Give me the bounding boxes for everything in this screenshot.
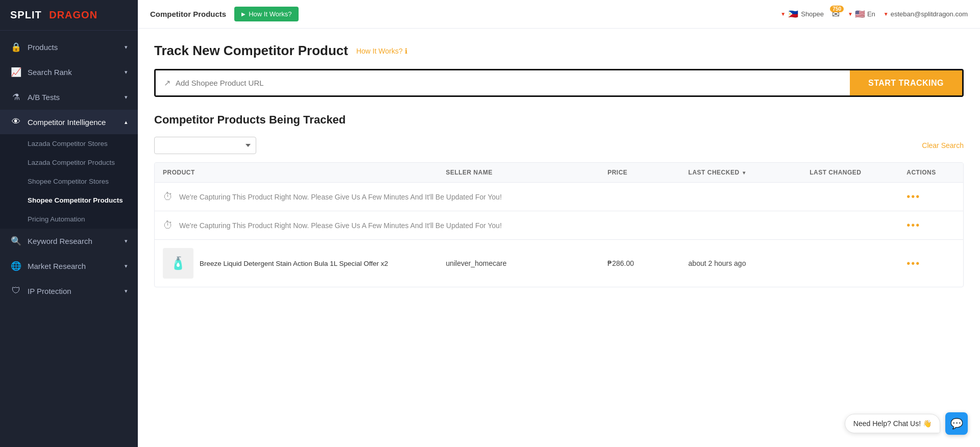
- section-title: Competitor Products Being Tracked: [154, 113, 964, 127]
- sidebar-item-ab-tests-label: A/B Tests: [28, 93, 60, 102]
- dropdown-arrow-icon: ▼: [848, 11, 853, 17]
- search-icon: 🔍: [10, 236, 21, 246]
- seller-name-cell: unilever_homecare: [437, 240, 599, 287]
- sidebar-item-market-research[interactable]: 🌐 Market Research ▾: [0, 254, 138, 279]
- sidebar-item-products-label: Products: [28, 43, 58, 52]
- language-label: En: [867, 10, 875, 18]
- competitor-intelligence-subnav: Lazada Competitor Stores Lazada Competit…: [0, 134, 138, 229]
- notification-badge: 750: [830, 6, 844, 12]
- sidebar-item-ip-protection-label: IP Protection: [28, 287, 71, 295]
- chat-icon: 💬: [950, 417, 963, 430]
- chevron-down-icon: ▾: [125, 44, 128, 51]
- flask-icon: ⚗: [10, 92, 21, 103]
- col-seller-name: SELLER NAME: [437, 163, 599, 183]
- lock-icon: 🔒: [10, 42, 21, 53]
- topbar-right: ▼ 🇵🇭 Shopee ✉ 750 ▼ 🇺🇸 En ▼ esteban@spli…: [780, 9, 968, 20]
- table-row: ⏱ We're Capturing This Product Right Now…: [155, 211, 963, 240]
- sort-desc-icon: ▾: [743, 170, 746, 176]
- sidebar-item-keyword-research-label: Keyword Research: [28, 237, 92, 245]
- page-title-text: Track New Competitor Product: [154, 43, 348, 59]
- url-input-wrapper: ↗: [156, 70, 850, 95]
- url-input[interactable]: [176, 70, 842, 95]
- capturing-cell-1: ⏱ We're Capturing This Product Right Now…: [155, 183, 898, 211]
- user-email: esteban@splitdragon.com: [891, 10, 968, 18]
- table-row: 🧴 Breeze Liquid Detergent Stain Action B…: [155, 240, 963, 287]
- sidebar-item-ab-tests[interactable]: ⚗ A/B Tests ▾: [0, 85, 138, 110]
- start-tracking-button[interactable]: START TRACKING: [850, 70, 962, 95]
- sidebar: SPLIT DRAGON 🔒 Products ▾ 📈 Search Rank …: [0, 0, 138, 447]
- filter-row: Clear Search: [154, 137, 964, 154]
- dropdown-arrow-icon: ▼: [884, 11, 889, 17]
- clear-search-button[interactable]: Clear Search: [922, 141, 964, 150]
- country-flag-icon: 🇵🇭: [788, 9, 798, 19]
- actions-cell[interactable]: •••: [898, 240, 963, 287]
- chat-widget: Need Help? Chat Us! 👋 💬: [845, 412, 968, 435]
- chevron-down-icon: ▾: [125, 288, 128, 294]
- country-label: Shopee: [801, 10, 824, 18]
- sidebar-item-keyword-research[interactable]: 🔍 Keyword Research ▾: [0, 229, 138, 254]
- product-image: 🧴: [163, 248, 193, 279]
- dropdown-arrow-icon: ▼: [780, 11, 786, 17]
- page-content: Track New Competitor Product How It Work…: [138, 29, 980, 447]
- col-last-changed: LAST CHANGED: [801, 163, 898, 183]
- play-icon: ▶: [241, 11, 246, 17]
- sidebar-item-search-rank-label: Search Rank: [28, 68, 72, 77]
- clock-icon: ⏱: [163, 219, 173, 231]
- sidebar-item-shopee-competitor-stores[interactable]: Shopee Competitor Stores: [0, 172, 138, 191]
- how-it-works-topbar-button[interactable]: ▶ How It Works?: [234, 7, 299, 21]
- url-input-area: ↗ START TRACKING: [154, 69, 964, 97]
- trending-icon: 📈: [10, 67, 21, 78]
- sidebar-item-pricing-automation[interactable]: Pricing Automation: [0, 210, 138, 229]
- table-row: ⏱ We're Capturing This Product Right Now…: [155, 183, 963, 211]
- filter-select[interactable]: [154, 137, 256, 154]
- sidebar-item-products[interactable]: 🔒 Products ▾: [0, 35, 138, 60]
- col-price: PRICE: [599, 163, 680, 183]
- chevron-down-icon: ▾: [125, 263, 128, 269]
- external-link-icon: ↗: [164, 78, 170, 88]
- eye-icon: 👁: [10, 117, 21, 127]
- main-area: Competitor Products ▶ How It Works? ▼ 🇵🇭…: [138, 0, 980, 447]
- actions-cell[interactable]: •••: [898, 183, 963, 211]
- chevron-up-icon: ▴: [125, 119, 128, 126]
- chevron-down-icon: ▾: [125, 94, 128, 101]
- last-changed-cell: [801, 240, 898, 287]
- sidebar-item-lazada-competitor-stores[interactable]: Lazada Competitor Stores: [0, 134, 138, 153]
- notification-button[interactable]: ✉ 750: [832, 9, 840, 20]
- sidebar-item-competitor-intelligence[interactable]: 👁 Competitor Intelligence ▴: [0, 110, 138, 134]
- globe-icon: 🌐: [10, 261, 21, 271]
- sidebar-item-shopee-competitor-products[interactable]: Shopee Competitor Products: [0, 191, 138, 210]
- sidebar-item-competitor-intelligence-label: Competitor Intelligence: [28, 118, 106, 127]
- brand-dragon: DRAGON: [49, 9, 97, 21]
- topbar-page-title: Competitor Products: [150, 10, 226, 18]
- brand-logo: SPLIT DRAGON: [0, 0, 138, 31]
- language-flag-icon: 🇺🇸: [855, 9, 865, 19]
- country-selector[interactable]: ▼ 🇵🇭 Shopee: [780, 9, 824, 19]
- sidebar-nav: 🔒 Products ▾ 📈 Search Rank ▾ ⚗ A/B Tests…: [0, 31, 138, 447]
- col-actions: ACTIONS: [898, 163, 963, 183]
- clock-icon: ⏱: [163, 191, 173, 203]
- chevron-down-icon: ▾: [125, 69, 128, 76]
- language-selector[interactable]: ▼ 🇺🇸 En: [848, 9, 875, 19]
- products-table-container: PRODUCT SELLER NAME PRICE LAST CHECKED ▾…: [154, 162, 964, 287]
- table-body: ⏱ We're Capturing This Product Right Now…: [155, 183, 963, 287]
- chat-bubble: Need Help? Chat Us! 👋: [845, 414, 940, 433]
- sidebar-item-search-rank[interactable]: 📈 Search Rank ▾: [0, 60, 138, 85]
- sidebar-item-ip-protection[interactable]: 🛡 IP Protection ▾: [0, 279, 138, 303]
- brand-split: SPLIT: [10, 9, 42, 21]
- how-it-works-link[interactable]: How It Works? ℹ: [356, 47, 407, 55]
- shield-icon: 🛡: [10, 286, 21, 296]
- chevron-down-icon: ▾: [125, 238, 128, 244]
- page-heading: Track New Competitor Product How It Work…: [154, 43, 964, 59]
- sidebar-item-lazada-competitor-products[interactable]: Lazada Competitor Products: [0, 153, 138, 172]
- products-table: PRODUCT SELLER NAME PRICE LAST CHECKED ▾…: [155, 163, 963, 287]
- user-menu[interactable]: ▼ esteban@splitdragon.com: [884, 10, 968, 18]
- product-cell: 🧴 Breeze Liquid Detergent Stain Action B…: [155, 240, 437, 287]
- capturing-cell-2: ⏱ We're Capturing This Product Right Now…: [155, 211, 898, 240]
- actions-cell[interactable]: •••: [898, 211, 963, 240]
- col-last-checked[interactable]: LAST CHECKED ▾: [680, 163, 802, 183]
- info-icon: ℹ: [405, 47, 407, 55]
- price-cell: ₱286.00: [599, 240, 680, 287]
- topbar: Competitor Products ▶ How It Works? ▼ 🇵🇭…: [138, 0, 980, 29]
- chat-button[interactable]: 💬: [945, 412, 968, 435]
- product-name: Breeze Liquid Detergent Stain Action Bul…: [200, 260, 388, 267]
